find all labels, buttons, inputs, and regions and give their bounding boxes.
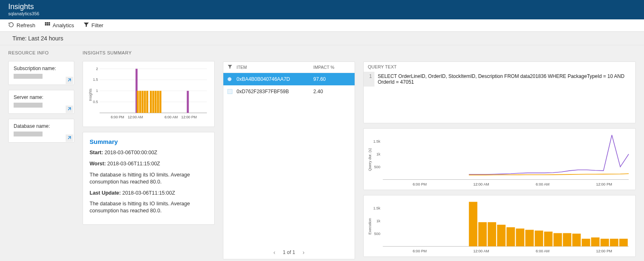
page-title: Insights	[8, 2, 636, 11]
svg-text:1.5: 1.5	[93, 78, 98, 82]
query-gutter: 1	[364, 72, 374, 87]
svg-rect-66	[619, 239, 627, 247]
svg-text:500: 500	[374, 232, 380, 236]
svg-text:6:00 PM: 6:00 PM	[413, 249, 427, 253]
svg-rect-31	[159, 91, 161, 113]
svg-text:6:00 PM: 6:00 PM	[111, 115, 124, 119]
content: RESOURCE INFO Subscription name: Server …	[0, 45, 644, 261]
open-icon	[67, 135, 72, 141]
svg-text:12:00 AM: 12:00 AM	[473, 249, 489, 253]
svg-rect-0	[45, 22, 46, 24]
svg-text:Query dur. (s): Query dur. (s)	[368, 148, 372, 171]
svg-rect-60	[563, 233, 571, 246]
open-server-button[interactable]	[66, 106, 73, 113]
svg-rect-27	[150, 91, 152, 113]
subscription-card: Subscription name:	[8, 61, 74, 85]
impact-col-header[interactable]: IMPACT %	[313, 65, 350, 70]
svg-rect-4	[47, 24, 48, 26]
svg-rect-51	[478, 222, 487, 247]
svg-text:2: 2	[96, 67, 98, 71]
query-code[interactable]: SELECT OrderLineID, OrderID, StockItemID…	[374, 72, 635, 87]
svg-rect-26	[146, 91, 148, 113]
items-header: ITEM IMPACT %	[223, 62, 355, 73]
svg-text:12:00 PM: 12:00 PM	[181, 115, 197, 119]
insights-chart-svg: 0.511.526:00 PM12:00 AM6:00 AM12:00 PMIn…	[86, 65, 211, 125]
execution-chart-svg: 5001k1.5k6:00 PM12:00 AM6:00 AM12:00 PME…	[366, 197, 633, 256]
open-icon	[67, 106, 72, 113]
row-id: 0xBA4B0B040746AA7D	[237, 76, 313, 82]
grid-icon	[45, 22, 50, 29]
svg-rect-57	[535, 230, 543, 246]
svg-text:6:00 PM: 6:00 PM	[413, 182, 427, 186]
row-impact: 2.40	[313, 89, 350, 94]
open-database-button[interactable]	[66, 134, 73, 142]
svg-text:Insights: Insights	[88, 88, 92, 101]
svg-text:0.5: 0.5	[93, 100, 98, 104]
pager-prev[interactable]: ‹	[273, 249, 275, 256]
table-row[interactable]: 0xD762F283F7FBF59B2.40	[223, 85, 355, 98]
svg-rect-62	[582, 239, 590, 247]
svg-rect-24	[142, 91, 144, 113]
table-row[interactable]: 0xBA4B0B040746AA7D97.60	[223, 73, 355, 85]
summary-section-title: INSIGHTS SUMMARY	[83, 50, 215, 55]
svg-rect-22	[137, 91, 139, 113]
svg-rect-59	[554, 233, 562, 246]
query-duration-chart-svg: 5001k1.5k6:00 PM12:00 AM6:00 AM12:00 PMQ…	[366, 130, 633, 189]
svg-rect-2	[48, 22, 50, 24]
svg-text:12:00 AM: 12:00 AM	[473, 182, 489, 186]
resource-section-title: RESOURCE INFO	[8, 50, 74, 55]
pager: ‹ 1 of 1 ›	[223, 246, 355, 259]
svg-rect-55	[516, 228, 524, 246]
refresh-label: Refresh	[17, 22, 36, 28]
svg-rect-3	[45, 24, 46, 26]
svg-rect-5	[48, 24, 50, 26]
funnel-icon	[83, 22, 89, 29]
svg-rect-25	[144, 91, 146, 113]
database-label: Database name:	[14, 123, 69, 129]
items-column: ITEM IMPACT % 0xBA4B0B040746AA7D97.600xD…	[223, 50, 355, 259]
items-table: ITEM IMPACT % 0xBA4B0B040746AA7D97.600xD…	[223, 61, 355, 259]
toolbar: Refresh Analytics Filter	[0, 19, 644, 32]
insights-chart: 0.511.526:00 PM12:00 AM6:00 AM12:00 PMIn…	[83, 61, 215, 127]
analytics-label: Analytics	[53, 22, 74, 28]
svg-rect-52	[488, 222, 496, 247]
summary-worst: Worst: 2018-03-06T11:15:00Z	[90, 160, 208, 167]
page-subtitle: sqlanalytics356	[8, 11, 636, 16]
svg-text:1.5k: 1.5k	[373, 139, 381, 143]
filter-button[interactable]: Filter	[83, 22, 104, 29]
filter-column-icon[interactable]	[227, 64, 237, 70]
row-impact: 97.60	[313, 76, 350, 82]
query-body: 1 SELECT OrderLineID, OrderID, StockItem…	[364, 72, 635, 87]
svg-text:500: 500	[374, 165, 380, 169]
open-subscription-button[interactable]	[66, 77, 73, 84]
svg-rect-65	[610, 239, 618, 247]
summary-desc2: The database is hitting its IO limits. A…	[90, 200, 208, 214]
execution-chart: 5001k1.5k6:00 PM12:00 AM6:00 AM12:00 PME…	[363, 195, 636, 257]
svg-rect-53	[497, 225, 505, 246]
summary-heading: Summary	[90, 138, 208, 145]
svg-text:12:00 AM: 12:00 AM	[128, 115, 143, 119]
summary-column: INSIGHTS SUMMARY 0.511.526:00 PM12:00 AM…	[83, 50, 215, 225]
query-duration-chart: 5001k1.5k6:00 PM12:00 AM6:00 AM12:00 PMQ…	[363, 128, 636, 190]
summary-start: Start: 2018-03-06T00:00:00Z	[90, 149, 208, 156]
svg-rect-21	[187, 91, 189, 113]
item-col-header[interactable]: ITEM	[237, 65, 313, 70]
svg-rect-28	[152, 91, 154, 113]
refresh-button[interactable]: Refresh	[8, 22, 36, 29]
time-range: Time: Last 24 hours	[0, 32, 644, 45]
svg-rect-56	[525, 230, 533, 246]
refresh-icon	[8, 22, 14, 29]
analytics-button[interactable]: Analytics	[45, 22, 74, 29]
svg-rect-1	[47, 22, 48, 24]
svg-rect-58	[544, 232, 552, 247]
svg-rect-23	[139, 91, 141, 113]
pager-next[interactable]: ›	[303, 249, 305, 256]
row-icon	[227, 89, 237, 94]
server-label: Server name:	[14, 94, 69, 100]
svg-text:1.5k: 1.5k	[373, 206, 381, 210]
svg-rect-63	[591, 237, 599, 247]
svg-text:12:00 PM: 12:00 PM	[596, 249, 612, 253]
query-section-title: QUERY TEXT	[364, 62, 635, 72]
database-value-redacted	[14, 132, 43, 136]
svg-rect-64	[601, 239, 609, 247]
